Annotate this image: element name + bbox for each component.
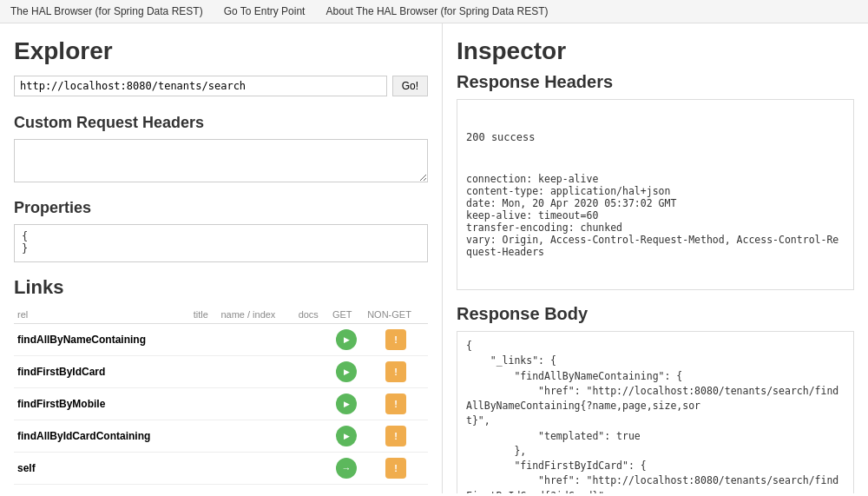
- docs-cell: [295, 356, 329, 388]
- name-index-cell: [217, 324, 294, 356]
- col-docs: docs: [295, 306, 329, 324]
- table-row: findFirstByMobile: [14, 388, 428, 420]
- url-input[interactable]: [14, 76, 387, 96]
- rel-name: findFirstByIdCard: [17, 366, 105, 378]
- explorer-title: Explorer: [14, 37, 428, 65]
- rel-cell: findFirstByIdCard: [14, 356, 190, 388]
- get-cell: [329, 356, 364, 388]
- right-panel: Inspector Response Headers 200 success c…: [443, 23, 868, 493]
- table-header-row: rel title name / index docs GET NON-GET: [14, 306, 428, 324]
- get-cell: [329, 388, 364, 420]
- name-index-cell: [217, 420, 294, 453]
- top-nav: The HAL Browser (for Spring Data REST) G…: [0, 0, 868, 23]
- inspector-title: Inspector: [457, 37, 854, 65]
- title-cell: [190, 324, 218, 356]
- docs-cell: [295, 324, 329, 356]
- non-get-button[interactable]: [385, 426, 406, 446]
- nav-link-entry-point[interactable]: Go To Entry Point: [224, 5, 306, 17]
- response-body-title: Response Body: [457, 304, 854, 324]
- rel-name: self: [17, 462, 36, 474]
- app-title: The HAL Browser (for Spring Data REST): [10, 5, 203, 17]
- table-row: findAllByNameContaining: [14, 324, 428, 356]
- col-title: title: [190, 306, 218, 324]
- get-button[interactable]: [336, 393, 357, 414]
- rel-name: findAllByIdCardContaining: [17, 430, 150, 442]
- get-cell: [329, 453, 364, 485]
- non-get-cell: [364, 388, 428, 420]
- get-cell: [329, 324, 364, 356]
- rel-name: findFirstByMobile: [17, 398, 105, 410]
- title-cell: [190, 453, 218, 485]
- table-row: findAllByIdCardContaining: [14, 420, 428, 453]
- non-get-button[interactable]: [385, 393, 406, 414]
- docs-cell: [295, 453, 329, 485]
- non-get-cell: [364, 453, 428, 485]
- docs-cell: [295, 420, 329, 453]
- main-layout: Explorer Go! Custom Request Headers Prop…: [0, 23, 868, 493]
- get-button[interactable]: [336, 426, 357, 446]
- name-index-cell: [217, 453, 294, 485]
- rel-cell: self: [14, 453, 190, 485]
- response-headers-title: Response Headers: [457, 72, 854, 92]
- non-get-cell: [364, 420, 428, 453]
- rel-cell: findAllByNameContaining: [14, 324, 190, 356]
- status-line: 200 success: [466, 131, 845, 143]
- col-rel: rel: [14, 306, 190, 324]
- col-non-get: NON-GET: [364, 306, 428, 324]
- links-tbody: findAllByNameContainingfindFirstByIdCard…: [14, 324, 428, 485]
- links-title: Links: [14, 276, 428, 299]
- non-get-button[interactable]: [385, 361, 406, 382]
- get-button[interactable]: [336, 458, 357, 479]
- title-cell: [190, 420, 218, 453]
- title-cell: [190, 356, 218, 388]
- col-name-index: name / index: [217, 306, 294, 324]
- response-body-box: { "_links": { "findAllByNameContaining":…: [457, 331, 854, 493]
- name-index-cell: [217, 356, 294, 388]
- rel-cell: findAllByIdCardContaining: [14, 420, 190, 453]
- table-row: findFirstByIdCard: [14, 356, 428, 388]
- url-row: Go!: [14, 76, 428, 96]
- properties-box: { }: [14, 224, 428, 262]
- get-cell: [329, 420, 364, 453]
- non-get-button[interactable]: [385, 329, 406, 350]
- non-get-cell: [364, 356, 428, 388]
- left-panel: Explorer Go! Custom Request Headers Prop…: [0, 23, 443, 493]
- non-get-button[interactable]: [385, 458, 406, 479]
- properties-title: Properties: [14, 199, 428, 217]
- col-get: GET: [329, 306, 364, 324]
- nav-link-about[interactable]: About The HAL Browser (for Spring Data R…: [326, 5, 548, 17]
- non-get-cell: [364, 324, 428, 356]
- table-row: self: [14, 453, 428, 485]
- go-button[interactable]: Go!: [392, 76, 428, 96]
- title-cell: [190, 388, 218, 420]
- get-button[interactable]: [336, 361, 357, 382]
- custom-headers-textarea[interactable]: [14, 139, 428, 182]
- get-button[interactable]: [336, 329, 357, 350]
- response-headers-box: 200 success connection: keep-alive conte…: [457, 99, 854, 290]
- name-index-cell: [217, 388, 294, 420]
- rel-cell: findFirstByMobile: [14, 388, 190, 420]
- rel-name: findAllByNameContaining: [17, 334, 146, 346]
- docs-cell: [295, 388, 329, 420]
- links-table: rel title name / index docs GET NON-GET …: [14, 306, 428, 485]
- headers-content: connection: keep-alive content-type: app…: [466, 173, 845, 258]
- custom-headers-title: Custom Request Headers: [14, 114, 428, 132]
